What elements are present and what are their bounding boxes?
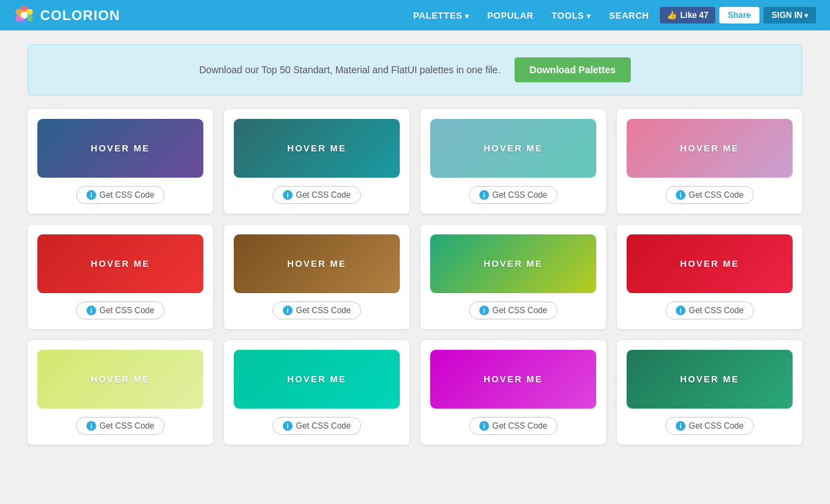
like-count: Like 47 [680, 10, 708, 20]
palette-card: HOVER MEiGet CSS Code [28, 109, 213, 214]
get-css-button[interactable]: iGet CSS Code [273, 301, 361, 319]
nav-tools[interactable]: TOOLS [544, 6, 598, 25]
navbar: COLORION PALETTES POPULAR TOOLS SEARCH 👍… [0, 0, 830, 30]
palette-swatch[interactable]: HOVER ME [627, 119, 793, 178]
get-css-button[interactable]: iGet CSS Code [273, 186, 361, 204]
get-css-button[interactable]: iGet CSS Code [665, 186, 754, 204]
get-css-button[interactable]: iGet CSS Code [665, 301, 754, 319]
palette-swatch[interactable]: HOVER ME [234, 119, 400, 178]
palette-swatch[interactable]: HOVER ME [430, 350, 596, 409]
info-icon: i [283, 190, 293, 200]
get-css-label: Get CSS Code [492, 421, 547, 431]
logo-flower-icon [14, 5, 35, 26]
palette-card: HOVER MEiGet CSS Code [421, 109, 606, 214]
palette-hover-label: HOVER ME [680, 374, 739, 384]
get-css-label: Get CSS Code [100, 190, 154, 200]
share-button[interactable]: Share [719, 7, 759, 24]
info-icon: i [86, 306, 96, 315]
palette-card: HOVER MEiGet CSS Code [28, 225, 213, 329]
get-css-button[interactable]: iGet CSS Code [273, 417, 361, 435]
download-palettes-button[interactable]: Download Palettes [515, 57, 631, 82]
download-banner: Download our Top 50 Standart, Material a… [28, 44, 802, 95]
info-icon: i [479, 190, 489, 200]
palette-hover-label: HOVER ME [680, 143, 739, 153]
get-css-label: Get CSS Code [492, 190, 547, 200]
get-css-button[interactable]: iGet CSS Code [76, 417, 165, 435]
palette-hover-label: HOVER ME [287, 374, 346, 384]
signin-button[interactable]: SIGN IN [764, 7, 816, 24]
palette-hover-label: HOVER ME [91, 374, 149, 384]
thumbs-up-icon: 👍 [667, 10, 677, 20]
site-logo[interactable]: COLORION [14, 5, 120, 26]
get-css-button[interactable]: iGet CSS Code [665, 417, 754, 435]
get-css-label: Get CSS Code [100, 421, 154, 431]
info-icon: i [86, 421, 96, 431]
svg-point-6 [21, 12, 28, 19]
info-icon: i [479, 421, 489, 431]
palette-card: HOVER MEiGet CSS Code [224, 225, 409, 329]
palette-swatch[interactable]: HOVER ME [430, 119, 596, 178]
palette-swatch[interactable]: HOVER ME [37, 119, 203, 178]
get-css-button[interactable]: iGet CSS Code [469, 417, 557, 435]
palette-card: HOVER MEiGet CSS Code [617, 109, 802, 214]
get-css-button[interactable]: iGet CSS Code [469, 301, 557, 319]
palette-card: HOVER MEiGet CSS Code [617, 225, 802, 329]
palette-hover-label: HOVER ME [91, 143, 149, 153]
palette-hover-label: HOVER ME [287, 143, 346, 153]
palette-swatch[interactable]: HOVER ME [234, 350, 400, 409]
palette-hover-label: HOVER ME [287, 259, 346, 269]
nav-search[interactable]: SEARCH [602, 6, 656, 25]
palette-card: HOVER MEiGet CSS Code [421, 340, 606, 445]
get-css-label: Get CSS Code [100, 306, 154, 315]
palette-hover-label: HOVER ME [483, 143, 542, 153]
info-icon: i [283, 421, 293, 431]
palette-card: HOVER MEiGet CSS Code [421, 225, 606, 329]
info-icon: i [283, 306, 293, 315]
palette-hover-label: HOVER ME [91, 259, 149, 269]
get-css-button[interactable]: iGet CSS Code [76, 301, 165, 319]
palette-card: HOVER MEiGet CSS Code [28, 340, 213, 445]
palette-swatch[interactable]: HOVER ME [627, 234, 793, 293]
palette-swatch[interactable]: HOVER ME [627, 350, 793, 409]
get-css-button[interactable]: iGet CSS Code [76, 186, 165, 204]
banner-text: Download our Top 50 Standart, Material a… [199, 64, 501, 75]
info-icon: i [676, 421, 685, 431]
info-icon: i [676, 306, 685, 315]
nav-right: PALETTES POPULAR TOOLS SEARCH 👍 Like 47 … [406, 6, 816, 25]
get-css-label: Get CSS Code [492, 306, 547, 315]
get-css-label: Get CSS Code [689, 190, 744, 200]
get-css-label: Get CSS Code [689, 421, 744, 431]
get-css-label: Get CSS Code [689, 306, 744, 315]
palette-card: HOVER MEiGet CSS Code [224, 109, 409, 214]
get-css-label: Get CSS Code [296, 306, 351, 315]
info-icon: i [676, 190, 685, 200]
palette-hover-label: HOVER ME [483, 374, 542, 384]
like-button[interactable]: 👍 Like 47 [660, 7, 715, 24]
palette-grid: HOVER MEiGet CSS CodeHOVER MEiGet CSS Co… [0, 95, 830, 458]
nav-palettes[interactable]: PALETTES [406, 6, 476, 25]
palette-swatch[interactable]: HOVER ME [430, 234, 596, 293]
palette-swatch[interactable]: HOVER ME [234, 234, 400, 293]
info-icon: i [86, 190, 96, 200]
site-name: COLORION [40, 8, 120, 24]
get-css-button[interactable]: iGet CSS Code [469, 186, 557, 204]
palette-swatch[interactable]: HOVER ME [37, 350, 203, 409]
palette-hover-label: HOVER ME [483, 259, 542, 269]
get-css-label: Get CSS Code [296, 190, 351, 200]
palette-hover-label: HOVER ME [680, 259, 739, 269]
info-icon: i [479, 306, 489, 315]
palette-card: HOVER MEiGet CSS Code [224, 340, 409, 445]
palette-swatch[interactable]: HOVER ME [37, 234, 203, 293]
palette-card: HOVER MEiGet CSS Code [617, 340, 802, 445]
get-css-label: Get CSS Code [296, 421, 351, 431]
nav-popular[interactable]: POPULAR [480, 6, 540, 25]
